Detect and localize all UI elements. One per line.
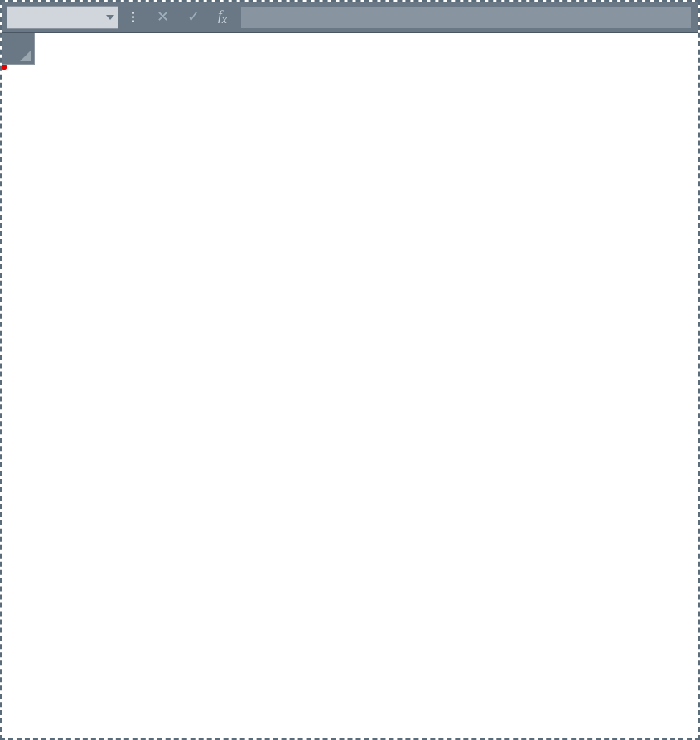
svg-marker-0 — [20, 50, 31, 61]
formula-input[interactable] — [240, 6, 692, 29]
name-box[interactable] — [7, 6, 118, 29]
select-all-corner[interactable] — [2, 33, 35, 65]
grip-icon[interactable] — [132, 12, 138, 22]
formula-bar-buttons: ✕ ✓ fx — [132, 7, 227, 27]
cancel-icon[interactable]: ✕ — [157, 7, 169, 26]
callout-box — [2, 65, 7, 70]
formula-bar: ✕ ✓ fx — [2, 2, 698, 33]
spreadsheet-grid — [2, 33, 698, 65]
dropdown-icon[interactable] — [106, 15, 114, 20]
enter-icon[interactable]: ✓ — [187, 7, 200, 26]
fx-icon[interactable]: fx — [218, 7, 227, 27]
